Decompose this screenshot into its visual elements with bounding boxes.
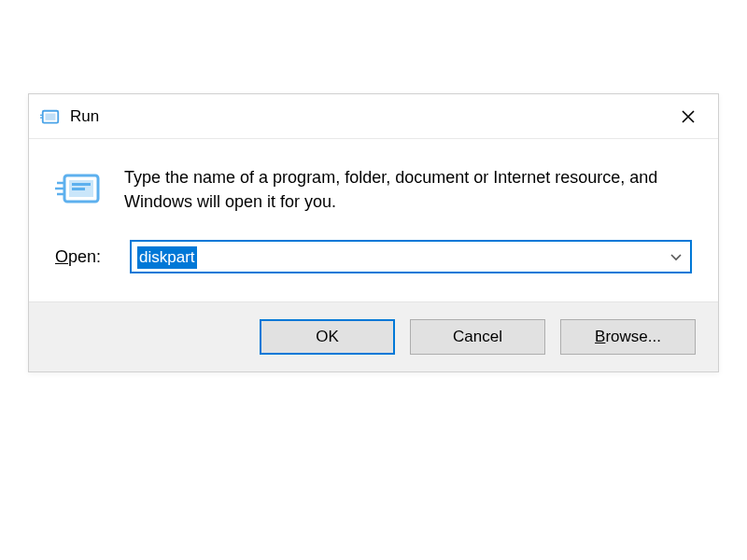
run-icon-large <box>55 169 104 210</box>
titlebar: Run <box>29 94 718 139</box>
svg-rect-5 <box>72 188 85 190</box>
dialog-body: Type the name of a program, folder, docu… <box>29 139 718 301</box>
ok-button[interactable]: OK <box>260 319 395 355</box>
open-label: Open: <box>55 247 109 267</box>
cancel-button[interactable]: Cancel <box>410 319 545 355</box>
close-icon <box>681 109 696 124</box>
chevron-down-icon[interactable] <box>662 250 690 264</box>
open-input[interactable] <box>132 244 662 270</box>
open-combobox[interactable]: diskpart <box>130 240 692 273</box>
button-bar: OK Cancel Browse... <box>29 301 718 371</box>
dialog-title: Run <box>70 107 669 126</box>
run-dialog: Run Type the name of a program, folder, … <box>28 93 719 372</box>
description-text: Type the name of a program, folder, docu… <box>124 165 692 214</box>
open-row: Open: diskpart <box>55 240 692 273</box>
close-button[interactable] <box>669 98 707 135</box>
description-row: Type the name of a program, folder, docu… <box>55 165 692 214</box>
browse-button[interactable]: Browse... <box>560 319 696 355</box>
run-icon <box>40 108 61 125</box>
svg-rect-4 <box>72 183 91 186</box>
svg-rect-1 <box>45 113 55 119</box>
